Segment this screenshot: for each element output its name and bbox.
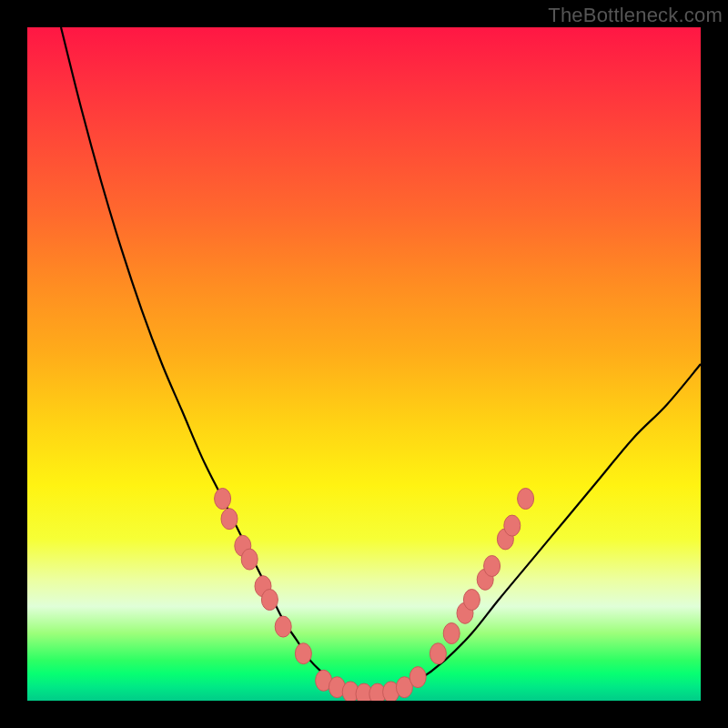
chart-frame: TheBottleneck.com: [0, 0, 728, 728]
plot-outer: [27, 27, 701, 701]
gradient-background: [27, 27, 701, 701]
watermark-text: TheBottleneck.com: [548, 4, 723, 27]
